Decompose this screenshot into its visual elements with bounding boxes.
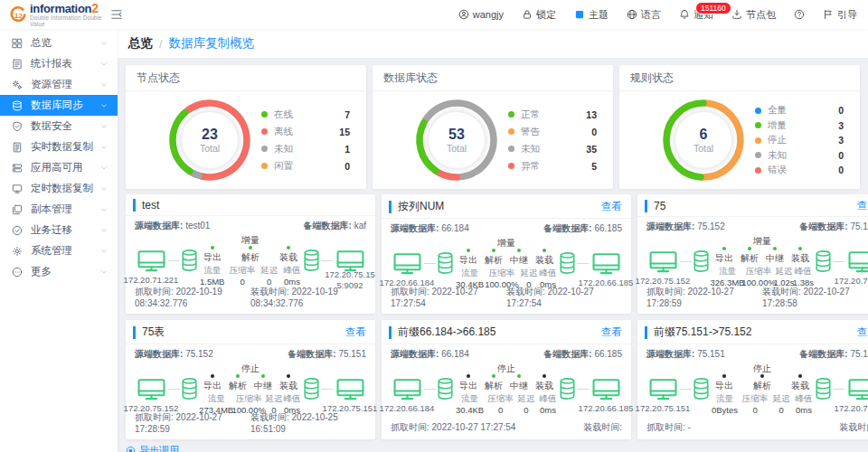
legend-label: 异常 — [521, 160, 591, 173]
header-item-锁定[interactable]: 锁定 — [522, 8, 556, 22]
legend-label: 正常 — [521, 108, 586, 121]
target-database: 备端数据库: 75.152 — [799, 348, 868, 361]
source-host: 172.20.75.152 — [135, 363, 167, 414]
breadcrumb-current[interactable]: 数据库复制概览 — [169, 35, 255, 52]
connector-line — [321, 260, 333, 261]
sidebar-item-label: 应用高可用 — [31, 161, 99, 174]
sidebar-item-总览[interactable]: 总览 — [0, 33, 118, 53]
replication-card-body: 源端数据库: 75.152 备端数据库: 75.151 172.20.75.15… — [637, 217, 868, 289]
sidebar-item-数据安全[interactable]: 数据安全 — [0, 116, 118, 137]
stage-装载: 装载 — [535, 249, 553, 268]
donut-legend: 全量 0 增量 3 停止 3 未知 0 — [755, 102, 844, 179]
stage-row: 导出 解析 中继 装载 — [200, 374, 301, 393]
target-database: 备端数据库: 75.151 — [799, 221, 868, 233]
sidebar-item-实时数据复制[interactable]: 实时数据复制 — [0, 137, 118, 157]
status-card-节点状态: 节点状态 23 Total 在线 7 离线 15 — [126, 65, 366, 189]
replication-pipeline: 172.20.75.152 增量 导出 解析 — [646, 233, 868, 289]
metric-name: 压缩率 — [230, 265, 256, 277]
status-card-title: 数据库状态 — [373, 65, 613, 91]
accent-bar — [133, 326, 136, 339]
gear-icon — [12, 246, 23, 257]
sidebar-item-数据库同步[interactable]: 数据库同步 — [0, 95, 118, 116]
header-item-引导[interactable]: 引导 — [823, 8, 857, 22]
source-database: 源端数据库: test01 — [135, 220, 210, 232]
view-link[interactable]: 查看 — [601, 200, 622, 213]
accent-bar — [389, 201, 392, 213]
sidebar-item-应用高可用[interactable]: 应用高可用 — [0, 157, 118, 178]
stage-status-dot — [492, 249, 496, 253]
replication-card-title: 75 — [654, 200, 857, 212]
legend-item-异常: 异常 5 — [508, 160, 597, 173]
status-card-title: 节点状态 — [126, 65, 366, 91]
replication-card-header: 75 查看 — [637, 194, 868, 217]
async-call-link[interactable]: 异步调用 — [126, 444, 179, 452]
legend-dot — [755, 152, 761, 158]
sidebar-collapse-icon[interactable] — [110, 8, 123, 21]
database-endpoints: 源端数据库: 75.151 备端数据库: 75.152 — [646, 348, 868, 361]
database-icon — [559, 377, 576, 400]
target-database: 备端数据库: 75.151 — [288, 348, 366, 361]
top-header: 12 information2 Double Information Doubl… — [0, 0, 868, 29]
metric-name: 延迟 — [266, 393, 283, 405]
sidebar-item-更多[interactable]: 更多 — [0, 261, 118, 282]
view-link[interactable]: 查看 — [345, 325, 366, 339]
header-item-节点包[interactable]: 节点包 — [731, 8, 776, 22]
legend-item-未知: 未知 35 — [508, 143, 597, 155]
sidebar-item-副本管理[interactable]: 副本管理 — [0, 199, 118, 220]
stage-name: 导出 — [459, 254, 477, 267]
stage-status-dot — [236, 374, 241, 379]
chevron-down-icon — [99, 101, 108, 110]
rule-status: 增量 — [456, 237, 557, 249]
stage-name: 解析 — [229, 380, 247, 392]
main-content: 节点状态 23 Total 在线 7 离线 15 — [118, 59, 868, 452]
target-host: 172.20.75.151 — [845, 236, 868, 287]
connector-line — [168, 389, 180, 390]
connector-line — [833, 261, 844, 262]
header-item-语言[interactable]: 语言 — [627, 8, 661, 22]
accent-bar — [645, 326, 647, 339]
sidebar-item-业务迁移[interactable]: 业务迁移 — [0, 220, 118, 240]
stage-status-dot — [492, 374, 496, 379]
metric-峰值: 峰值 0ms — [795, 393, 813, 415]
replication-pipeline: 172.20.75.151 停止 导出 解析 — [646, 361, 868, 417]
sidebar-item-统计报表[interactable]: 统计报表 — [0, 53, 118, 74]
legend-value: 0 — [344, 161, 350, 172]
replication-card-header: test — [126, 194, 375, 216]
source-database: 源端数据库: 75.152 — [135, 348, 213, 361]
stage-导出: 导出 — [459, 249, 477, 268]
view-link[interactable]: 查看 — [857, 325, 868, 339]
view-link[interactable]: 查看 — [857, 199, 868, 212]
header-item-wangjy[interactable]: wangjy — [458, 9, 504, 20]
sidebar-item-资源管理[interactable]: 资源管理 — [0, 74, 118, 95]
header-item-question[interactable] — [794, 9, 805, 20]
pipeline-stages: 停止 导出 解析 中继 — [200, 363, 301, 416]
stage-导出: 导出 — [715, 247, 733, 266]
header-actions: wangjy 锁定 主题 语言 通知 151160 节点包 引导 — [458, 8, 868, 22]
legend-value: 3 — [838, 135, 844, 146]
brand-tagline: Double Information Double Value — [30, 14, 107, 27]
header-item-label: wangjy — [473, 9, 504, 20]
sidebar-item-系统管理[interactable]: 系统管理 — [0, 240, 118, 261]
breadcrumb-separator: / — [159, 37, 163, 51]
donut-center: 23 Total — [182, 112, 238, 168]
header-item-通知[interactable]: 通知 151160 — [679, 8, 713, 22]
legend-label: 错误 — [768, 164, 838, 176]
metric-峰值: 峰值 0ms — [539, 393, 557, 415]
legend-value: 13 — [586, 109, 597, 120]
replication-card-75表: 75表 查看 源端数据库: 75.152 备端数据库: 75.151 172.2… — [126, 320, 375, 439]
legend-label: 未知 — [521, 143, 586, 155]
sidebar-item-定时数据复制[interactable]: 定时数据复制 — [0, 178, 118, 199]
stage-status-dot — [517, 374, 522, 379]
replication-card-footer: 抓取时间: 2022-10-27 17:27:54 装载时间: — [391, 421, 622, 434]
metric-name: 峰值 — [540, 393, 557, 405]
monitor-icon — [848, 250, 868, 273]
rule-status: 停止 — [712, 363, 813, 374]
header-item-主题[interactable]: 主题 — [574, 8, 609, 22]
view-link[interactable]: 查看 — [601, 325, 622, 339]
chevron-down-icon — [99, 60, 108, 69]
metric-压缩率: 压缩率 100.00% — [743, 266, 774, 287]
sidebar-item-label: 数据库同步 — [31, 99, 99, 112]
stage-name: 装载 — [791, 252, 809, 265]
metric-name: 压缩率 — [746, 266, 772, 278]
monitor-icon — [649, 250, 677, 273]
